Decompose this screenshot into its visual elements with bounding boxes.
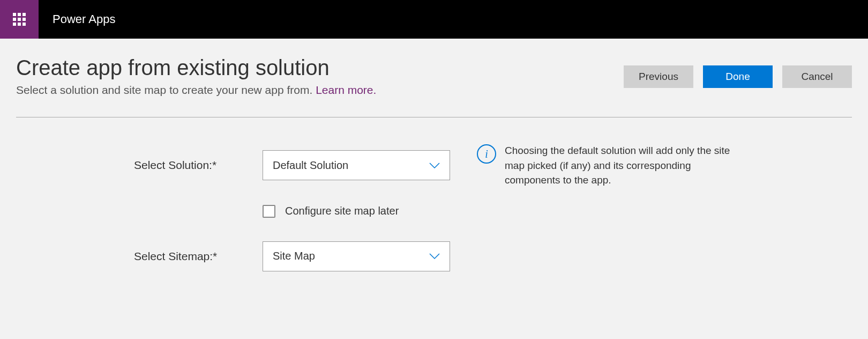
cancel-button[interactable]: Cancel xyxy=(782,65,852,88)
configure-later-label: Configure site map later xyxy=(285,205,399,217)
chevron-down-icon xyxy=(429,250,440,262)
main-content: Create app from existing solution Select… xyxy=(0,39,868,271)
page-title: Create app from existing solution xyxy=(16,55,624,80)
waffle-icon xyxy=(13,13,26,26)
sitemap-label: Select Sitemap:* xyxy=(134,250,263,263)
solution-select[interactable]: Default Solution xyxy=(263,150,450,180)
solution-row: Select Solution:* Default Solution i Cho… xyxy=(134,143,852,188)
previous-button[interactable]: Previous xyxy=(624,65,693,88)
info-icon: i xyxy=(477,144,496,164)
configure-later-row: Configure site map later xyxy=(263,205,852,218)
form-area: Select Solution:* Default Solution i Cho… xyxy=(16,117,852,271)
app-header: Power Apps xyxy=(0,0,868,39)
configure-later-checkbox[interactable] xyxy=(263,205,275,218)
page-subtitle: Select a solution and site map to create… xyxy=(16,84,624,97)
info-text: Choosing the default solution will add o… xyxy=(505,143,734,188)
chevron-down-icon xyxy=(429,159,440,172)
info-message: i Choosing the default solution will add… xyxy=(477,143,734,188)
learn-more-link[interactable]: Learn more. xyxy=(316,84,376,96)
sitemap-row: Select Sitemap:* Site Map xyxy=(134,241,852,271)
title-row: Create app from existing solution Select… xyxy=(16,55,852,97)
subtitle-text: Select a solution and site map to create… xyxy=(16,84,316,96)
solution-label: Select Solution:* xyxy=(134,159,263,172)
action-buttons: Previous Done Cancel xyxy=(624,55,852,88)
solution-select-value: Default Solution xyxy=(273,159,348,172)
sitemap-select-value: Site Map xyxy=(273,250,315,262)
app-name: Power Apps xyxy=(39,0,115,39)
done-button[interactable]: Done xyxy=(703,65,773,88)
sitemap-select[interactable]: Site Map xyxy=(263,241,450,271)
app-launcher-button[interactable] xyxy=(0,0,39,39)
title-block: Create app from existing solution Select… xyxy=(16,55,624,97)
